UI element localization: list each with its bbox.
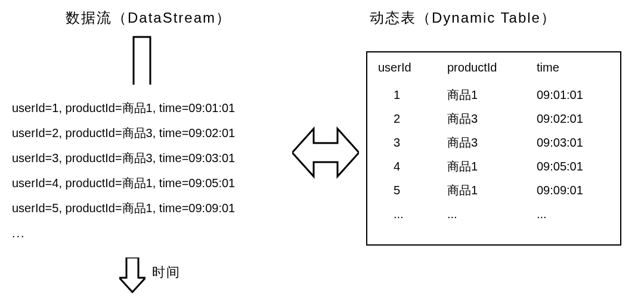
stream-val-userid: 5: [52, 201, 58, 215]
stream-val-productid: 商品1: [122, 201, 153, 215]
stream-key-userid: userId: [12, 126, 45, 139]
stream-key-productid: productId: [66, 176, 115, 190]
arrow-time-down-icon: [119, 257, 145, 293]
stream-key-productid: productId: [66, 201, 115, 215]
cell-time: 09:09:01: [537, 178, 609, 202]
stream-val-time: 09:09:01: [188, 201, 235, 215]
stream-val-productid: 商品1: [122, 176, 153, 190]
stream-events: userId=1, productId=商品1, time=09:01:01 u…: [12, 95, 235, 246]
stream-key-userid: userId: [12, 176, 45, 190]
cell-ellipsis: ...: [447, 202, 537, 226]
cell-time: 09:05:01: [537, 154, 609, 178]
stream-val-userid: 2: [52, 126, 58, 139]
cell-productid: 商品3: [447, 131, 537, 154]
stream-row: userId=4, productId=商品1, time=09:05:01: [12, 170, 235, 196]
stream-key-time: time: [159, 101, 182, 114]
table-header-productid: productId: [447, 61, 537, 83]
stream-key-time: time: [159, 151, 182, 165]
cell-userid: 5: [378, 178, 447, 202]
time-label: 时间: [152, 263, 181, 281]
cell-userid: 1: [378, 83, 447, 107]
stream-ellipsis: ...: [12, 221, 235, 246]
stream-val-productid: 商品1: [122, 101, 153, 114]
stream-val-time: 09:02:01: [188, 126, 235, 139]
stream-val-time: 09:03:01: [188, 151, 235, 165]
cell-productid: 商品1: [447, 83, 537, 107]
stream-key-productid: productId: [66, 126, 115, 139]
cell-productid: 商品1: [447, 178, 537, 202]
cell-time: 09:01:01: [537, 83, 609, 107]
cell-time: 09:02:01: [537, 107, 609, 131]
stream-key-productid: productId: [66, 101, 115, 114]
cell-productid: 商品1: [447, 154, 537, 178]
table-ellipsis-row: ... ... ...: [378, 202, 609, 226]
stream-val-productid: 商品3: [122, 126, 153, 139]
table-row: 2 商品3 09:02:01: [378, 107, 609, 131]
stream-key-productid: productId: [66, 151, 115, 165]
cell-time: 09:03:01: [537, 131, 609, 154]
table-header-row: userId productId time: [378, 61, 609, 83]
dynamic-table: userId productId time 1 商品1 09:01:01 2 商…: [366, 51, 621, 246]
stream-val-productid: 商品3: [122, 151, 153, 165]
cell-ellipsis: ...: [537, 202, 609, 226]
stream-row: userId=3, productId=商品3, time=09:03:01: [12, 145, 235, 170]
stream-row: userId=2, productId=商品3, time=09:02:01: [12, 120, 235, 145]
stream-key-time: time: [159, 126, 182, 139]
stream-row: userId=1, productId=商品1, time=09:01:01: [12, 95, 235, 120]
stream-key-userid: userId: [12, 101, 45, 114]
cell-userid: 2: [378, 107, 447, 131]
table-row: 5 商品1 09:09:01: [378, 178, 609, 202]
stream-key-time: time: [159, 201, 182, 215]
table-header-time: time: [537, 61, 609, 83]
stream-val-time: 09:01:01: [188, 101, 235, 114]
table-row: 4 商品1 09:05:01: [378, 154, 609, 178]
svg-marker-1: [292, 129, 359, 176]
stream-val-userid: 1: [52, 101, 58, 114]
stream-val-userid: 3: [52, 151, 58, 165]
stream-row: userId=5, productId=商品1, time=09:09:01: [12, 196, 235, 221]
stream-key-userid: userId: [12, 151, 45, 165]
stream-key-userid: userId: [12, 201, 45, 215]
table-row: 1 商品1 09:01:01: [378, 83, 609, 107]
cell-userid: 4: [378, 154, 447, 178]
diagram-canvas: 数据流（DataStream） 动态表（Dynamic Table） userI…: [0, 0, 644, 301]
stream-val-userid: 4: [52, 176, 58, 190]
cell-ellipsis: ...: [378, 202, 447, 226]
stream-title: 数据流（DataStream）: [66, 8, 231, 27]
table-header-userid: userId: [378, 61, 447, 83]
stream-val-time: 09:05:01: [188, 176, 235, 190]
cell-productid: 商品3: [447, 107, 537, 131]
arrow-stream-start-icon: [131, 35, 153, 86]
stream-key-time: time: [159, 176, 182, 190]
svg-marker-0: [119, 257, 145, 292]
table-row: 3 商品3 09:03:01: [378, 131, 609, 154]
arrow-bidirectional-icon: [292, 125, 359, 180]
table-title: 动态表（Dynamic Table）: [370, 8, 556, 27]
cell-userid: 3: [378, 131, 447, 154]
